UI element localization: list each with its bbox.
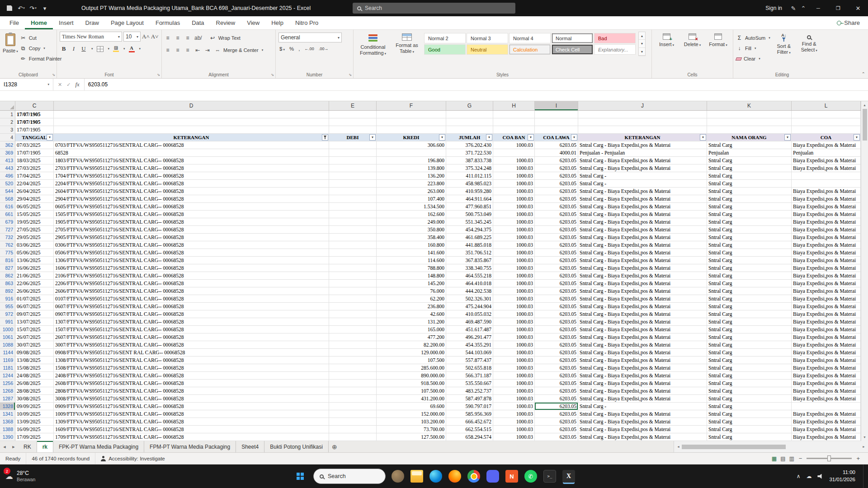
cell-F991[interactable]: 131.200 — [377, 318, 446, 326]
cell-H1144[interactable]: 1000.03 — [493, 349, 535, 357]
cell-I1368[interactable]: 6203.05 — [535, 418, 578, 426]
font-name-combo[interactable]: Times New Roman▾ — [60, 32, 122, 42]
cell-H916[interactable]: 1000.03 — [493, 295, 535, 303]
cell-D496[interactable]: 1704/FTFVA/WS9505112716/SENTRAL CARG-- 0… — [54, 172, 329, 180]
vertical-scrollbar[interactable]: ▲ ▼ — [861, 101, 868, 441]
format-as-table-dropdown-icon[interactable]: ▾ — [412, 50, 414, 53]
cell-D862[interactable]: 2106/FTFVA/WS9505112716/SENTRAL CARG-- 0… — [54, 272, 329, 280]
cell-D991[interactable]: 1307/FTFVA/WS9505112716/SENTRAL CARG-- 0… — [54, 318, 329, 326]
cell-C2[interactable]: 17/07/1905 — [15, 118, 54, 126]
cell-I972[interactable]: 6203.05 — [535, 310, 578, 318]
cell-I1388[interactable]: 6203.05 — [535, 426, 578, 433]
cell-K362[interactable]: Sntral Carg — [707, 141, 792, 149]
cell-G568[interactable]: 464.911.664 — [446, 195, 493, 203]
cell-L413[interactable]: Biaya Expedisi,pos & Materai — [792, 157, 861, 164]
row-header-955[interactable]: 955 — [0, 303, 15, 310]
cell-style-neutral[interactable]: Neutral — [467, 44, 508, 55]
cell-H1390[interactable]: 1000.03 — [493, 433, 535, 441]
cell-I496[interactable]: 6203.05 — [535, 172, 578, 180]
titlebar-search[interactable]: Search — [353, 3, 515, 14]
cell-G775[interactable]: 351.706.512 — [446, 249, 493, 257]
cell-F955[interactable]: 236.800 — [377, 303, 446, 310]
autosum-button[interactable]: ΣAutoSum▾ — [736, 33, 770, 42]
cell-G369[interactable]: 371.722.530 — [446, 149, 493, 157]
cell-J2[interactable] — [578, 118, 707, 126]
cell-L496[interactable] — [792, 172, 861, 180]
cell-C827[interactable]: 16/06/2025 — [15, 264, 54, 272]
taskbar-whatsapp-icon[interactable] — [524, 470, 537, 483]
cell-L1388[interactable]: Biaya Expedisi,pos & Materai — [792, 426, 861, 433]
cell-C1341[interactable]: 10/09/2025 — [15, 410, 54, 418]
row-header-1256[interactable]: 1256 — [0, 380, 15, 387]
cell-F369[interactable] — [377, 149, 446, 157]
cell-H679[interactable]: 1000.03 — [493, 218, 535, 226]
cell-E413[interactable] — [329, 157, 377, 164]
fill-color-button[interactable]: ▨ — [113, 46, 119, 52]
cell-J1390[interactable]: Sntral Carg - Biaya Expedisi,pos & Mater… — [578, 433, 707, 441]
cell-E1244[interactable] — [329, 372, 377, 380]
row-header-1287[interactable]: 1287 — [0, 395, 15, 403]
cell-K3[interactable] — [707, 126, 792, 134]
cell-I762[interactable]: 6203.05 — [535, 241, 578, 249]
cell-K816[interactable]: Sntral Carg — [707, 257, 792, 264]
cell-E1287[interactable] — [329, 395, 377, 403]
weather-widget[interactable]: 2 ☀☁ 28°C Berawan — [0, 465, 41, 488]
row-header-520[interactable]: 520 — [0, 180, 15, 188]
cell-D413[interactable]: 1803/FTFVA/WS9505112716/SENTRAL CARG-- 0… — [54, 157, 329, 164]
merge-center-button[interactable]: ⇔Merge & Center▾ — [214, 46, 263, 55]
row-header-1144[interactable]: 1144 — [0, 349, 15, 357]
cell-K972[interactable]: Sntral Carg — [707, 310, 792, 318]
cell-J816[interactable]: Sntral Carg - Biaya Expedisi,pos & Mater… — [578, 257, 707, 264]
cell-H1256[interactable]: 1000.03 — [493, 380, 535, 387]
cell-H762[interactable]: 1000.03 — [493, 241, 535, 249]
cell-C1[interactable]: 17/07/1905 — [15, 111, 54, 118]
cell-I443[interactable]: 6203.05 — [535, 164, 578, 172]
cell-E727[interactable] — [329, 226, 377, 234]
row-header-775[interactable]: 775 — [0, 249, 15, 257]
cell-L616[interactable]: Biaya Expedisi,pos & Materai — [792, 203, 861, 211]
cell-E568[interactable] — [329, 195, 377, 203]
volume-icon[interactable] — [817, 474, 823, 479]
cell-D369[interactable]: 68528 — [54, 149, 329, 157]
cell-F496[interactable]: 136.200 — [377, 172, 446, 180]
cell-C863[interactable]: 22/06/2025 — [15, 280, 54, 287]
cell-E369[interactable] — [329, 149, 377, 157]
ribbon-tab-draw[interactable]: Draw — [80, 16, 105, 29]
ribbon-tab-help[interactable]: Help — [265, 16, 289, 29]
cell-F1268[interactable]: 107.500.00 — [377, 387, 446, 395]
orientation-icon[interactable]: ab/ — [194, 35, 202, 41]
cell-E863[interactable] — [329, 280, 377, 287]
cell-I991[interactable]: 6203.05 — [535, 318, 578, 326]
show-desktop-button[interactable] — [863, 465, 865, 488]
cell-L1390[interactable]: Biaya Expedisi,pos & Materai — [792, 433, 861, 441]
sort-filter-button[interactable]: A↓ Sort &Filter▾ — [772, 32, 796, 71]
cell-E762[interactable] — [329, 241, 377, 249]
cell-G2[interactable] — [446, 118, 493, 126]
gallery-scroll-down-icon[interactable]: ▼ — [639, 40, 645, 47]
row-header-496[interactable]: 496 — [0, 172, 15, 180]
cell-I1244[interactable]: 6203.05 — [535, 372, 578, 380]
delete-cells-dropdown-icon[interactable]: ▾ — [699, 43, 701, 47]
cell-K1061[interactable]: Sntral Carg — [707, 333, 792, 341]
cell-K916[interactable]: Sntral Carg — [707, 295, 792, 303]
ribbon-tab-formulas[interactable]: Formulas — [150, 16, 186, 29]
cell-I1268[interactable]: 6203.05 — [535, 387, 578, 395]
cell-D362[interactable]: 0703/FTFVA/WS9505112716/SENTRAL CARG-- 0… — [54, 141, 329, 149]
cell-D3[interactable] — [54, 126, 329, 134]
filter-button-J[interactable]: ▾ — [700, 134, 706, 141]
cell-G661[interactable]: 500.753.049 — [446, 211, 493, 218]
cell-C661[interactable]: 15/05/2025 — [15, 211, 54, 218]
cell-F862[interactable]: 148.800 — [377, 272, 446, 280]
cell-E892[interactable] — [329, 287, 377, 295]
cell-H816[interactable]: 1000.03 — [493, 257, 535, 264]
cell-E1061[interactable] — [329, 333, 377, 341]
row-header-4[interactable]: 4 — [0, 134, 15, 141]
cell-G991[interactable]: 469.487.590 — [446, 318, 493, 326]
row-header-1268[interactable]: 1268 — [0, 387, 15, 395]
cell-I1256[interactable]: 6203.05 — [535, 380, 578, 387]
cell-G955[interactable]: 475.244.904 — [446, 303, 493, 310]
cell-K827[interactable]: Sntral Carg — [707, 264, 792, 272]
cell-J1[interactable] — [578, 111, 707, 118]
cell-I369[interactable]: 4000.01 — [535, 149, 578, 157]
horizontal-scrollbar[interactable]: ◄ ► — [674, 441, 868, 452]
